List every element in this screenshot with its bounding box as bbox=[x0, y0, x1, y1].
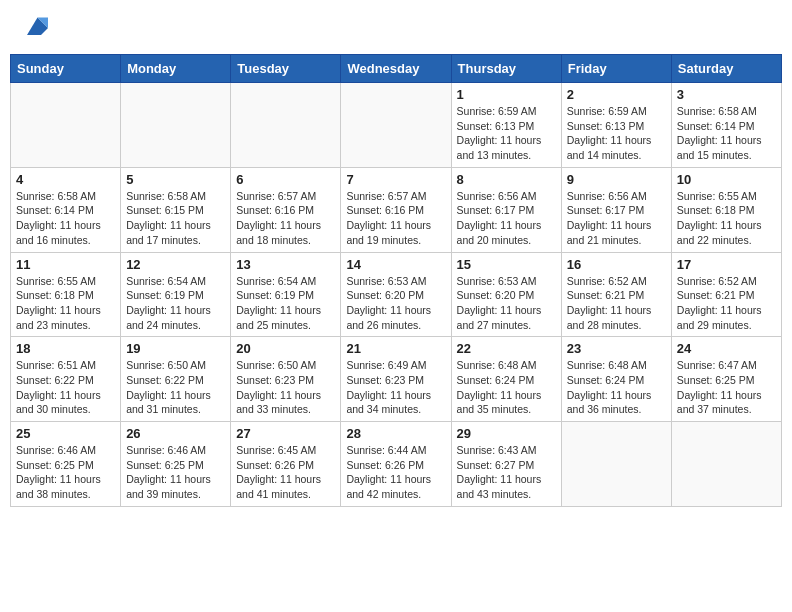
calendar-cell bbox=[11, 83, 121, 168]
day-info: Sunrise: 6:52 AM Sunset: 6:21 PM Dayligh… bbox=[567, 274, 666, 333]
weekday-header-friday: Friday bbox=[561, 55, 671, 83]
day-info: Sunrise: 6:58 AM Sunset: 6:14 PM Dayligh… bbox=[677, 104, 776, 163]
day-info: Sunrise: 6:51 AM Sunset: 6:22 PM Dayligh… bbox=[16, 358, 115, 417]
day-number: 29 bbox=[457, 426, 556, 441]
weekday-header-row: SundayMondayTuesdayWednesdayThursdayFrid… bbox=[11, 55, 782, 83]
day-number: 11 bbox=[16, 257, 115, 272]
calendar-cell: 28Sunrise: 6:44 AM Sunset: 6:26 PM Dayli… bbox=[341, 422, 451, 507]
day-number: 21 bbox=[346, 341, 445, 356]
weekday-header-wednesday: Wednesday bbox=[341, 55, 451, 83]
day-number: 9 bbox=[567, 172, 666, 187]
calendar-cell: 12Sunrise: 6:54 AM Sunset: 6:19 PM Dayli… bbox=[121, 252, 231, 337]
calendar-cell: 9Sunrise: 6:56 AM Sunset: 6:17 PM Daylig… bbox=[561, 167, 671, 252]
day-info: Sunrise: 6:55 AM Sunset: 6:18 PM Dayligh… bbox=[16, 274, 115, 333]
day-info: Sunrise: 6:54 AM Sunset: 6:19 PM Dayligh… bbox=[236, 274, 335, 333]
day-number: 6 bbox=[236, 172, 335, 187]
day-number: 7 bbox=[346, 172, 445, 187]
calendar-cell bbox=[231, 83, 341, 168]
weekday-header-saturday: Saturday bbox=[671, 55, 781, 83]
day-number: 18 bbox=[16, 341, 115, 356]
calendar-cell: 10Sunrise: 6:55 AM Sunset: 6:18 PM Dayli… bbox=[671, 167, 781, 252]
calendar-cell: 27Sunrise: 6:45 AM Sunset: 6:26 PM Dayli… bbox=[231, 422, 341, 507]
day-number: 19 bbox=[126, 341, 225, 356]
day-number: 17 bbox=[677, 257, 776, 272]
day-number: 16 bbox=[567, 257, 666, 272]
day-info: Sunrise: 6:46 AM Sunset: 6:25 PM Dayligh… bbox=[16, 443, 115, 502]
day-number: 5 bbox=[126, 172, 225, 187]
day-number: 22 bbox=[457, 341, 556, 356]
day-number: 12 bbox=[126, 257, 225, 272]
day-info: Sunrise: 6:48 AM Sunset: 6:24 PM Dayligh… bbox=[567, 358, 666, 417]
day-info: Sunrise: 6:45 AM Sunset: 6:26 PM Dayligh… bbox=[236, 443, 335, 502]
calendar-cell bbox=[671, 422, 781, 507]
day-number: 2 bbox=[567, 87, 666, 102]
calendar-table: SundayMondayTuesdayWednesdayThursdayFrid… bbox=[10, 54, 782, 507]
week-row-1: 1Sunrise: 6:59 AM Sunset: 6:13 PM Daylig… bbox=[11, 83, 782, 168]
day-info: Sunrise: 6:50 AM Sunset: 6:22 PM Dayligh… bbox=[126, 358, 225, 417]
calendar-cell: 13Sunrise: 6:54 AM Sunset: 6:19 PM Dayli… bbox=[231, 252, 341, 337]
calendar-cell: 8Sunrise: 6:56 AM Sunset: 6:17 PM Daylig… bbox=[451, 167, 561, 252]
calendar-cell: 21Sunrise: 6:49 AM Sunset: 6:23 PM Dayli… bbox=[341, 337, 451, 422]
calendar-cell: 17Sunrise: 6:52 AM Sunset: 6:21 PM Dayli… bbox=[671, 252, 781, 337]
day-info: Sunrise: 6:46 AM Sunset: 6:25 PM Dayligh… bbox=[126, 443, 225, 502]
calendar-cell: 7Sunrise: 6:57 AM Sunset: 6:16 PM Daylig… bbox=[341, 167, 451, 252]
day-number: 26 bbox=[126, 426, 225, 441]
calendar-cell: 29Sunrise: 6:43 AM Sunset: 6:27 PM Dayli… bbox=[451, 422, 561, 507]
week-row-5: 25Sunrise: 6:46 AM Sunset: 6:25 PM Dayli… bbox=[11, 422, 782, 507]
calendar-cell: 16Sunrise: 6:52 AM Sunset: 6:21 PM Dayli… bbox=[561, 252, 671, 337]
day-info: Sunrise: 6:57 AM Sunset: 6:16 PM Dayligh… bbox=[346, 189, 445, 248]
day-number: 8 bbox=[457, 172, 556, 187]
calendar-cell: 22Sunrise: 6:48 AM Sunset: 6:24 PM Dayli… bbox=[451, 337, 561, 422]
calendar-cell bbox=[341, 83, 451, 168]
week-row-3: 11Sunrise: 6:55 AM Sunset: 6:18 PM Dayli… bbox=[11, 252, 782, 337]
day-info: Sunrise: 6:58 AM Sunset: 6:14 PM Dayligh… bbox=[16, 189, 115, 248]
day-info: Sunrise: 6:53 AM Sunset: 6:20 PM Dayligh… bbox=[346, 274, 445, 333]
logo bbox=[16, 14, 48, 42]
day-info: Sunrise: 6:59 AM Sunset: 6:13 PM Dayligh… bbox=[457, 104, 556, 163]
day-number: 28 bbox=[346, 426, 445, 441]
calendar-cell bbox=[561, 422, 671, 507]
page-header bbox=[10, 10, 782, 46]
calendar-cell: 26Sunrise: 6:46 AM Sunset: 6:25 PM Dayli… bbox=[121, 422, 231, 507]
day-number: 10 bbox=[677, 172, 776, 187]
calendar-cell: 20Sunrise: 6:50 AM Sunset: 6:23 PM Dayli… bbox=[231, 337, 341, 422]
day-info: Sunrise: 6:50 AM Sunset: 6:23 PM Dayligh… bbox=[236, 358, 335, 417]
day-number: 1 bbox=[457, 87, 556, 102]
day-info: Sunrise: 6:49 AM Sunset: 6:23 PM Dayligh… bbox=[346, 358, 445, 417]
calendar-cell: 3Sunrise: 6:58 AM Sunset: 6:14 PM Daylig… bbox=[671, 83, 781, 168]
day-info: Sunrise: 6:54 AM Sunset: 6:19 PM Dayligh… bbox=[126, 274, 225, 333]
day-info: Sunrise: 6:43 AM Sunset: 6:27 PM Dayligh… bbox=[457, 443, 556, 502]
day-info: Sunrise: 6:48 AM Sunset: 6:24 PM Dayligh… bbox=[457, 358, 556, 417]
day-number: 23 bbox=[567, 341, 666, 356]
day-number: 3 bbox=[677, 87, 776, 102]
calendar-cell: 11Sunrise: 6:55 AM Sunset: 6:18 PM Dayli… bbox=[11, 252, 121, 337]
calendar-cell: 23Sunrise: 6:48 AM Sunset: 6:24 PM Dayli… bbox=[561, 337, 671, 422]
day-info: Sunrise: 6:47 AM Sunset: 6:25 PM Dayligh… bbox=[677, 358, 776, 417]
day-info: Sunrise: 6:55 AM Sunset: 6:18 PM Dayligh… bbox=[677, 189, 776, 248]
calendar-cell: 5Sunrise: 6:58 AM Sunset: 6:15 PM Daylig… bbox=[121, 167, 231, 252]
weekday-header-thursday: Thursday bbox=[451, 55, 561, 83]
day-info: Sunrise: 6:52 AM Sunset: 6:21 PM Dayligh… bbox=[677, 274, 776, 333]
calendar-cell: 1Sunrise: 6:59 AM Sunset: 6:13 PM Daylig… bbox=[451, 83, 561, 168]
day-number: 14 bbox=[346, 257, 445, 272]
weekday-header-sunday: Sunday bbox=[11, 55, 121, 83]
calendar-cell: 18Sunrise: 6:51 AM Sunset: 6:22 PM Dayli… bbox=[11, 337, 121, 422]
day-info: Sunrise: 6:56 AM Sunset: 6:17 PM Dayligh… bbox=[567, 189, 666, 248]
day-info: Sunrise: 6:58 AM Sunset: 6:15 PM Dayligh… bbox=[126, 189, 225, 248]
day-number: 24 bbox=[677, 341, 776, 356]
day-info: Sunrise: 6:59 AM Sunset: 6:13 PM Dayligh… bbox=[567, 104, 666, 163]
weekday-header-monday: Monday bbox=[121, 55, 231, 83]
day-info: Sunrise: 6:44 AM Sunset: 6:26 PM Dayligh… bbox=[346, 443, 445, 502]
day-number: 25 bbox=[16, 426, 115, 441]
day-info: Sunrise: 6:57 AM Sunset: 6:16 PM Dayligh… bbox=[236, 189, 335, 248]
day-number: 4 bbox=[16, 172, 115, 187]
day-number: 20 bbox=[236, 341, 335, 356]
week-row-4: 18Sunrise: 6:51 AM Sunset: 6:22 PM Dayli… bbox=[11, 337, 782, 422]
calendar-cell: 14Sunrise: 6:53 AM Sunset: 6:20 PM Dayli… bbox=[341, 252, 451, 337]
calendar-cell: 25Sunrise: 6:46 AM Sunset: 6:25 PM Dayli… bbox=[11, 422, 121, 507]
calendar-cell bbox=[121, 83, 231, 168]
day-number: 15 bbox=[457, 257, 556, 272]
day-info: Sunrise: 6:56 AM Sunset: 6:17 PM Dayligh… bbox=[457, 189, 556, 248]
calendar-cell: 2Sunrise: 6:59 AM Sunset: 6:13 PM Daylig… bbox=[561, 83, 671, 168]
day-info: Sunrise: 6:53 AM Sunset: 6:20 PM Dayligh… bbox=[457, 274, 556, 333]
